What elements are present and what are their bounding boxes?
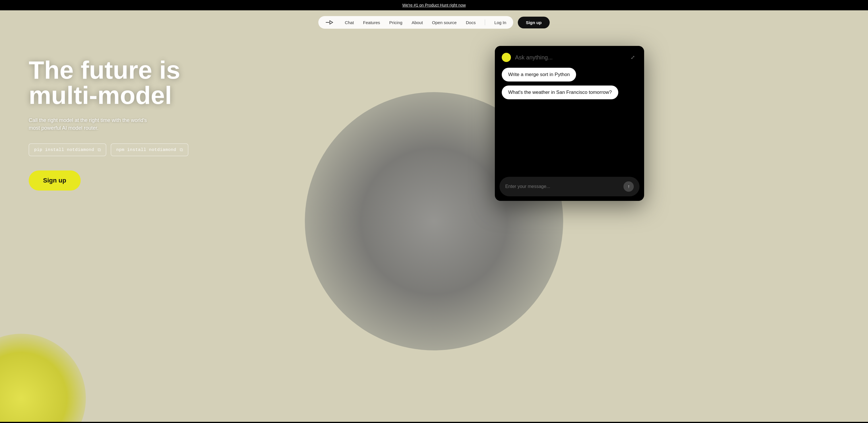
suggestion-pill-2[interactable]: What's the weather in San Francisco tomo… (502, 86, 618, 99)
npm-code: npm install notdiamond (116, 148, 176, 152)
chat-header: Ask anything... ⤢ (495, 46, 644, 68)
hero-section: Chat Features Pricing About Open source … (0, 10, 868, 422)
chat-input-area: ↑ (499, 177, 640, 196)
signup-button-yellow[interactable]: Sign up (29, 170, 81, 191)
nav-link-about[interactable]: About (412, 20, 423, 25)
nav-divider (485, 20, 485, 25)
nav-link-opensource[interactable]: Open source (432, 20, 457, 25)
svg-marker-1 (330, 21, 333, 24)
hero-left: The future is multi-model Call the right… (29, 46, 477, 191)
npm-code-pill[interactable]: npm install notdiamond ⧉ (111, 143, 188, 156)
hero-right: Ask anything... ⤢ Write a merge sort in … (495, 46, 644, 201)
chat-expand-button[interactable]: ⤢ (628, 53, 637, 62)
code-pills: pip install notdiamond ⧉ npm install not… (29, 143, 477, 156)
navbar: Chat Features Pricing About Open source … (0, 10, 868, 34)
npm-copy-icon[interactable]: ⧉ (180, 147, 183, 152)
hero-content: The future is multi-model Call the right… (0, 34, 868, 422)
login-button[interactable]: Log In (494, 20, 506, 25)
hero-title: The future is multi-model (29, 57, 477, 108)
nav-link-features[interactable]: Features (363, 20, 380, 25)
nav-pill: Chat Features Pricing About Open source … (318, 16, 513, 29)
chat-ask-placeholder: Ask anything... (515, 54, 624, 61)
suggestion-pill-1[interactable]: Write a merge sort in Python (502, 68, 576, 82)
nav-link-docs[interactable]: Docs (466, 20, 476, 25)
pip-copy-icon[interactable]: ⧉ (98, 147, 101, 152)
product-hunt-link[interactable]: We're #1 on Product Hunt right now (402, 3, 466, 7)
chat-send-button[interactable]: ↑ (623, 182, 634, 192)
top-banner: We're #1 on Product Hunt right now (0, 0, 868, 10)
nav-link-chat[interactable]: Chat (345, 20, 354, 25)
nav-link-pricing[interactable]: Pricing (389, 20, 402, 25)
logo[interactable] (325, 19, 336, 26)
send-icon: ↑ (627, 184, 630, 189)
chat-message-input[interactable] (505, 184, 620, 189)
pip-code: pip install notdiamond (34, 148, 94, 152)
signup-button-dark[interactable]: Sign up (518, 17, 550, 28)
pip-code-pill[interactable]: pip install notdiamond ⧉ (29, 143, 106, 156)
chat-avatar (502, 53, 511, 62)
chat-widget: Ask anything... ⤢ Write a merge sort in … (495, 46, 644, 201)
chat-suggestions: Write a merge sort in Python What's the … (495, 68, 644, 177)
hero-subtitle: Call the right model at the right time w… (29, 117, 155, 132)
logo-icon (325, 19, 336, 26)
